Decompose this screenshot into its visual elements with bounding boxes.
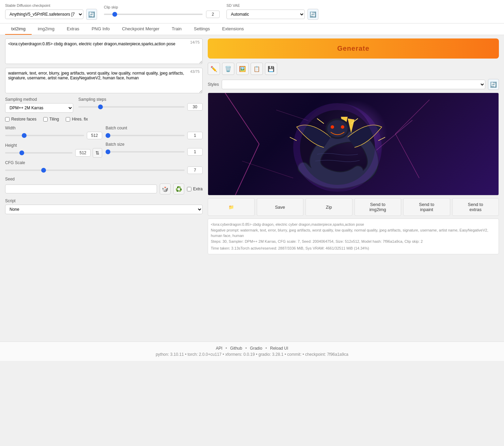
extra-input[interactable] <box>187 187 191 191</box>
swap-dimensions-btn[interactable]: ⇅ <box>93 148 102 158</box>
tiling-input[interactable] <box>43 117 48 122</box>
tab-img2img[interactable]: img2img <box>32 23 61 35</box>
tiling-label: Tiling <box>49 117 59 122</box>
width-slider[interactable] <box>5 135 84 136</box>
save-btn[interactable]: 💾 <box>265 63 277 75</box>
height-batchsize-container: Height 512 ⇅ Batch size 1 <box>5 142 203 158</box>
checkpoint-select[interactable]: AnythingV5_v5PrtRE.safetensors [7f96a1a9… <box>5 10 83 19</box>
generate-button[interactable]: Generate <box>208 38 499 59</box>
footer: API • Github • Gradio • Reload UI python… <box>0 341 504 361</box>
styles-refresh-btn[interactable]: 🔄 <box>488 79 499 90</box>
tab-txt2img[interactable]: txt2img <box>5 23 32 35</box>
clip-skip-row: 2 <box>104 11 220 18</box>
checkpoint-ver: checkpoint: 7f96a1a9ca <box>305 352 348 357</box>
footer-version: python: 3.10.11 • torch: 2.0.0+cu117 • x… <box>4 352 500 357</box>
sampling-row: Sampling method DPM++ 2M Karras Sampling… <box>5 97 203 113</box>
seed-input[interactable]: -1 <box>5 185 157 193</box>
positive-prompt-input[interactable]: <lora:cyberdragon:0.85> cbdg dragon, ele… <box>5 38 203 64</box>
hires-fix-input[interactable] <box>66 117 70 122</box>
trash-btn[interactable]: 🗑️ <box>222 63 234 75</box>
sampling-steps-value: 30 <box>187 103 203 111</box>
lightning-svg <box>208 93 499 195</box>
height-inner: Height 512 <box>5 143 91 157</box>
height-swap-row: Height 512 ⇅ <box>5 142 102 158</box>
seed-dice-btn[interactable]: 🎲 <box>160 184 171 194</box>
image-info: <lora:cyberdragon:0.85> cbdg dragon, ele… <box>208 219 499 254</box>
clipboard-btn[interactable]: 📋 <box>251 63 263 75</box>
width-section: Width 512 <box>5 126 102 139</box>
pencil-btn[interactable]: ✏️ <box>208 63 220 75</box>
sampling-steps-section: Sampling steps 30 <box>78 97 203 111</box>
styles-select[interactable] <box>222 80 485 89</box>
script-select[interactable]: None <box>5 205 203 214</box>
sampling-steps-slider[interactable] <box>78 106 185 108</box>
svg-line-0 <box>225 93 259 144</box>
batch-count-section: Batch count 1 <box>106 126 203 139</box>
cfg-value: 7 <box>187 166 203 174</box>
seed-recycle-btn[interactable]: ♻️ <box>173 184 184 194</box>
sdvae-select[interactable]: Automatic <box>226 10 305 19</box>
torch-ver: torch: 2.0.0+cu117 <box>188 352 222 357</box>
script-section: Script None <box>5 198 203 214</box>
sdvae-section: SD VAE Automatic 🔄 <box>226 3 318 20</box>
tabs: txt2img img2img Extras PNG Info Checkpoi… <box>0 23 504 35</box>
sdvae-label: SD VAE <box>226 3 318 7</box>
footer-links: API • Github • Gradio • Reload UI <box>4 346 500 351</box>
width-value: 512 <box>87 132 102 139</box>
batch-size-slider[interactable] <box>106 151 185 153</box>
sampling-method-section: Sampling method DPM++ 2M Karras <box>5 97 73 113</box>
tab-checkpoint-merger[interactable]: Checkpoint Merger <box>116 23 166 35</box>
send-extras-btn[interactable]: Send toextras <box>452 198 499 216</box>
cfg-slider[interactable] <box>5 170 185 171</box>
seed-label: Seed <box>5 177 203 181</box>
svg-line-3 <box>395 134 419 178</box>
action-buttons: 📁 Save Zip Send toimg2img Send toinpaint… <box>208 198 499 216</box>
sampling-steps-row: 30 <box>78 103 203 111</box>
time-info: Time taken: 3.13sTorch active/reserved: … <box>211 245 496 251</box>
main-content: <lora:cyberdragon:0.85> cbdg dragon, ele… <box>0 35 504 341</box>
restore-faces-input[interactable] <box>5 117 10 122</box>
sampling-steps-label: Sampling steps <box>78 97 203 102</box>
open-folder-btn[interactable]: 📁 <box>208 198 255 216</box>
zip-btn[interactable]: Zip <box>305 198 352 216</box>
send-inpaint-btn[interactable]: Send toinpaint <box>403 198 450 216</box>
tab-settings[interactable]: Settings <box>188 23 216 35</box>
restore-faces-checkbox[interactable]: Restore faces <box>5 117 36 122</box>
extra-label: Extra <box>193 187 203 191</box>
tiling-checkbox[interactable]: Tiling <box>43 117 59 122</box>
sdvae-row: Automatic 🔄 <box>226 9 318 20</box>
tab-train[interactable]: Train <box>166 23 188 35</box>
send-img2img-btn[interactable]: Send toimg2img <box>355 198 401 216</box>
sdvae-refresh-btn[interactable]: 🔄 <box>308 9 318 20</box>
hires-fix-checkbox[interactable]: Hires. fix <box>66 117 88 122</box>
seed-section: Seed -1 🎲 ♻️ Extra <box>5 177 203 194</box>
sampling-method-select[interactable]: DPM++ 2M Karras <box>5 103 73 113</box>
height-value: 512 <box>75 149 91 157</box>
save-image-btn[interactable]: Save <box>257 198 304 216</box>
negative-prompt-info: Negative prompt: watermark, text, error,… <box>211 227 496 239</box>
api-link[interactable]: API <box>216 346 222 351</box>
batch-count-slider[interactable] <box>106 135 185 136</box>
svg-line-2 <box>395 100 429 134</box>
clip-skip-slider[interactable] <box>104 14 203 15</box>
batch-size-label: Batch size <box>106 142 203 147</box>
image-btn[interactable]: 🖼️ <box>236 63 249 75</box>
checkpoint-label: Stable Diffusion checkpoint <box>5 3 97 7</box>
height-row: 512 <box>5 149 91 157</box>
hires-fix-label: Hires. fix <box>72 117 88 122</box>
checkpoint-refresh-btn[interactable]: 🔄 <box>86 9 97 20</box>
extra-checkbox[interactable]: Extra <box>187 187 203 191</box>
dim-batch-container: Width 512 Batch count 1 <box>5 126 203 139</box>
negative-prompt-input[interactable]: watermark, text, error, blurry, jpeg art… <box>5 68 203 93</box>
gradio-link[interactable]: Gradio <box>250 346 262 351</box>
reload-link[interactable]: Reload UI <box>270 346 288 351</box>
tab-extensions[interactable]: Extensions <box>216 23 250 35</box>
negative-prompt-count: 43/75 <box>189 69 201 74</box>
height-slider[interactable] <box>5 152 73 154</box>
tab-pnginfo[interactable]: PNG Info <box>85 23 116 35</box>
script-label: Script <box>5 198 203 203</box>
github-link[interactable]: Github <box>230 346 242 351</box>
tab-extras[interactable]: Extras <box>61 23 85 35</box>
python-ver: python: 3.10.11 <box>156 352 184 357</box>
cfg-row: 7 <box>5 166 203 174</box>
